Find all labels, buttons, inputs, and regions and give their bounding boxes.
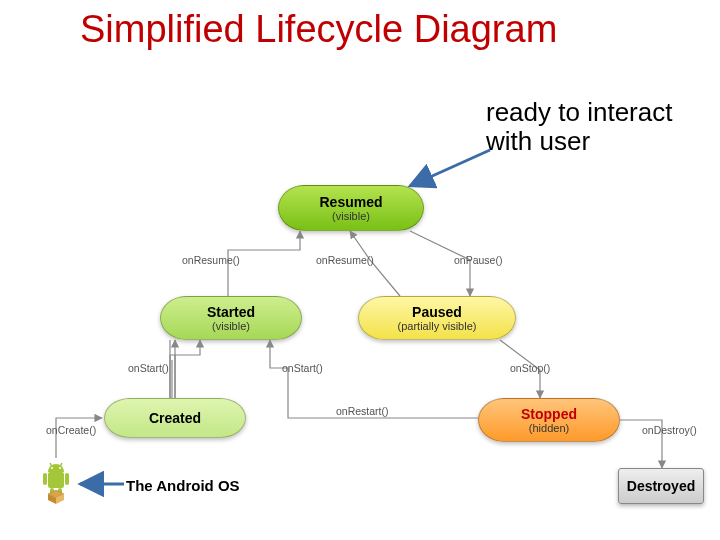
state-sublabel: (hidden) bbox=[529, 422, 569, 434]
state-sublabel: (visible) bbox=[332, 210, 370, 222]
state-resumed: Resumed (visible) bbox=[278, 185, 424, 231]
android-icon bbox=[38, 460, 74, 504]
svg-point-7 bbox=[51, 467, 53, 469]
state-sublabel: (partially visible) bbox=[398, 320, 477, 332]
svg-rect-1 bbox=[43, 473, 47, 485]
edge-label-onrestart: onRestart() bbox=[336, 405, 389, 417]
state-label: Resumed bbox=[319, 194, 382, 210]
svg-rect-2 bbox=[65, 473, 69, 485]
state-paused: Paused (partially visible) bbox=[358, 296, 516, 340]
edge-label-onresume-2: onResume() bbox=[316, 254, 374, 266]
state-label: Started bbox=[207, 304, 255, 320]
annotation-android-os: The Android OS bbox=[126, 478, 240, 495]
state-started: Started (visible) bbox=[160, 296, 302, 340]
state-label: Created bbox=[105, 410, 245, 426]
edge-onstart-1 bbox=[170, 340, 200, 355]
state-stopped: Stopped (hidden) bbox=[478, 398, 620, 442]
state-created: Created bbox=[104, 398, 246, 438]
edge-label-onstart-1: onStart() bbox=[128, 362, 169, 374]
state-label: Stopped bbox=[521, 406, 577, 422]
state-label: Paused bbox=[412, 304, 462, 320]
edge-label-onstart-2: onStart() bbox=[282, 362, 323, 374]
annotation-text: ready to interact with user bbox=[486, 97, 672, 156]
diagram-edges bbox=[0, 0, 720, 540]
edge-label-onpause: onPause() bbox=[454, 254, 502, 266]
edge-label-onresume-1: onResume() bbox=[182, 254, 240, 266]
annotation-ready-to-interact: ready to interact with user bbox=[486, 98, 672, 155]
state-destroyed: Destroyed bbox=[618, 468, 704, 504]
slide-title: Simplified Lifecycle Diagram bbox=[80, 8, 557, 51]
svg-rect-0 bbox=[48, 472, 64, 488]
state-sublabel: (visible) bbox=[212, 320, 250, 332]
svg-point-8 bbox=[59, 467, 61, 469]
edge-label-ondestroy: onDestroy() bbox=[642, 424, 697, 436]
state-label: Destroyed bbox=[627, 478, 695, 494]
pointer-arrow-resumed bbox=[410, 150, 490, 186]
edge-label-onstop: onStop() bbox=[510, 362, 550, 374]
edge-label-oncreate: onCreate() bbox=[46, 424, 96, 436]
